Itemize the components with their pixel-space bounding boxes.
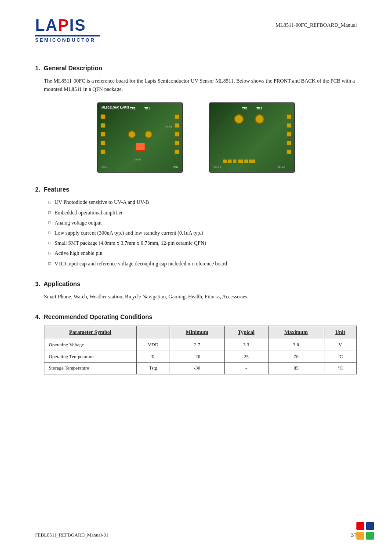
pcb-back-cn1a: CN1 A [278,166,285,168]
feature-item-3: Analog voltage output [48,219,357,227]
page: LAPIS SEMICONDUCTOR ML8511-00FC_REFBOARD… [0,0,392,555]
pcb-back-right-connectors [287,114,291,154]
section2-heading: 2. Features [35,186,357,193]
table-cell-unit-1: °C [324,351,357,363]
feature-item-2: Embedded operational amplifier [48,209,357,217]
section1-body: The ML8511-00FC is a reference board for… [35,77,357,94]
table-cell-param-0: Operating Voltage [44,339,137,351]
table-cell-param-1: Operating Temperature [44,351,137,363]
pcb-front-bottom-left: CN1 [102,166,107,168]
pcb-back-components [223,160,263,163]
section-applications: 3. Applications Smart Phone, Watch, Weat… [35,280,357,301]
pcb-front-tp-labels: TP2 TP1 [130,107,150,110]
header: LAPIS SEMICONDUCTOR ML8511-00FC_REFBOARD… [35,18,357,43]
document-title: ML8511-00FC_REFBOARD_Manual [276,22,357,29]
table-row: Operating Voltage VDD 2.7 3.3 3.6 V [44,339,357,351]
table-cell-unit-2: °C [324,363,357,374]
lapis-logo: LAPIS [35,18,86,33]
footer-document-id: FEBL8511_REFBOARD_Manual-01 [35,532,108,537]
table-row: Storage Temperature Tstg -30 - 85 °C [44,363,357,374]
svg-rect-3 [366,532,374,540]
table-cell-max-2: 85 [268,363,324,374]
pcb-front-center [123,123,158,158]
table-cell-unit-0: V [324,339,357,351]
section-operating-conditions: 4. Recommended Operating Conditions Para… [35,313,357,374]
table-row: Operating Temperature Ta -20 25 70 °C [44,351,357,363]
table-header-symbol [136,326,170,339]
table-cell-typ-1: 25 [224,351,268,363]
feature-item-4: Low supply current (300uA typ.) and low … [48,229,357,237]
pcb-back-tp-labels: TP1 TP2 [242,107,262,110]
feature-item-6: Active high enable pin [48,249,357,258]
pcb-back-image: TP1 TP2 [209,102,295,173]
table-header-typ: Typical [224,326,268,339]
section-features: 2. Features UV Photodiode sensitive to U… [35,186,357,268]
svg-rect-0 [356,522,364,530]
section-general-description: 1. General Description The ML8511-00FC i… [35,65,357,173]
table-cell-min-2: -30 [170,363,224,374]
section2-body: UV Photodiode sensitive to UV-A and UV-B… [35,198,357,268]
pcb-back-tp-circles [234,114,264,124]
pcb-front-sen2: SEN2 [134,158,142,161]
pcb-front-bottom-right: CN1 [173,166,178,168]
table-cell-typ-0: 3.3 [224,339,268,351]
pcb-front-model-label: ML8511(HA) LAPIS [102,106,129,109]
table-cell-min-0: 2.7 [170,339,224,351]
section4-body: Parameter Symbol Minimum Typical Maximum… [35,326,357,374]
footer: FEBL8511_REFBOARD_Manual-01 2/7 [35,532,357,537]
pcb-front-image: TP2 TP1 ML8511(HA) LAPIS [97,102,183,173]
table-cell-min-1: -20 [170,351,224,363]
operating-conditions-table: Parameter Symbol Minimum Typical Maximum… [44,326,357,374]
table-cell-sym-2: Tstg [136,363,170,374]
svg-rect-2 [356,532,364,540]
feature-item-5: Small SMT package (4.0mm x 3.7mm x 0.73m… [48,239,357,247]
footer-logo-svg [356,522,374,540]
pcb-back-cn1b: CN1 B [214,166,221,168]
section3-body: Smart Phone, Watch, Weather station, Bic… [35,293,357,301]
section3-heading: 3. Applications [35,280,357,287]
svg-rect-1 [366,522,374,530]
table-header-parameter: Parameter Symbol [44,326,137,339]
table-cell-sym-1: Ta [136,351,170,363]
pcb-front-right-connectors [174,114,179,154]
table-cell-sym-0: VDD [136,339,170,351]
feature-item-1: UV Photodiode sensitive to UV-A and UV-B [48,198,357,207]
pcb-front-left-connectors [101,114,105,154]
table-cell-typ-2: - [224,363,268,374]
table-header-row: Parameter Symbol Minimum Typical Maximum… [44,326,357,339]
table-cell-param-2: Storage Temperature [44,363,137,374]
table-header-min: Minimum [170,326,224,339]
footer-logo [356,522,374,542]
logo-container: LAPIS SEMICONDUCTOR [35,18,100,43]
table-body: Operating Voltage VDD 2.7 3.3 3.6 V Oper… [44,339,357,374]
table-header-max: Maximum [268,326,324,339]
pcb-front-sen1: SEN1 [165,125,172,128]
pcb-images-row: TP2 TP1 ML8511(HA) LAPIS [35,102,357,173]
table-cell-max-0: 3.6 [268,339,324,351]
logo-semiconductor: SEMICONDUCTOR [35,37,95,43]
features-list: UV Photodiode sensitive to UV-A and UV-B… [44,198,357,268]
feature-item-7: VDD input cap and reference voltage deco… [48,260,357,268]
table-header-unit: Unit [324,326,357,339]
section4-heading: 4. Recommended Operating Conditions [35,313,357,320]
section1-heading: 1. General Description [35,65,357,72]
logo-bar [35,35,100,36]
table-cell-max-1: 70 [268,351,324,363]
